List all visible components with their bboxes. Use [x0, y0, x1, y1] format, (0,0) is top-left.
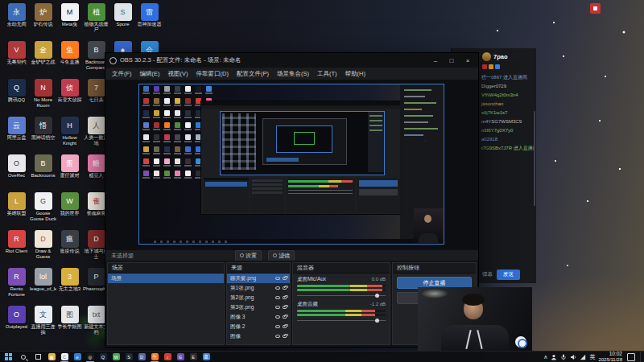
obs-titlebar[interactable]: OBS 30.2.3 - 配置文件: 未命名 - 场景: 未命名 – □ ×	[105, 53, 478, 68]
visibility-eye-icon[interactable]	[275, 296, 280, 299]
menu-item[interactable]: 场景集合(S)	[273, 70, 313, 78]
lock-icon[interactable]	[283, 306, 287, 309]
source-list-item[interactable]: 第3张.png	[227, 302, 290, 312]
source-list-item[interactable]: 聊天窗.png	[227, 274, 290, 283]
desktop-icon[interactable]: V 无畏契约	[3, 41, 30, 79]
source-settings-button[interactable]: 设置	[235, 250, 262, 261]
menu-item[interactable]: 帮助(H)	[341, 70, 369, 78]
taskbar-app-icon[interactable]: W	[109, 352, 122, 362]
desktop-icon[interactable]: 瘟 瘟疫传说	[56, 230, 83, 268]
controls-dock-title[interactable]: 控制按钮	[393, 263, 476, 274]
visibility-eye-icon[interactable]	[275, 277, 280, 280]
taskbar-clock[interactable]: 10:02 2025/11/28	[598, 352, 622, 362]
desktop-icon[interactable]: 永 永劫无间	[3, 3, 30, 41]
desktop-icon[interactable]: 植 植物大战僵尸	[83, 3, 109, 41]
desktop-icon[interactable]: 图 学长学姐图	[56, 306, 83, 343]
scenes-dock-title[interactable]: 场景	[108, 263, 224, 274]
taskbar-app-icon[interactable]: C	[58, 352, 71, 362]
lock-icon[interactable]	[283, 335, 287, 338]
volume-slider[interactable]	[297, 318, 386, 323]
obs-preview-canvas[interactable]	[138, 84, 444, 245]
desktop-tray-app-icon[interactable]	[590, 3, 601, 14]
visibility-eye-icon[interactable]	[275, 315, 280, 319]
lock-icon[interactable]	[283, 277, 287, 280]
lock-icon[interactable]	[283, 315, 287, 319]
taskbar-app-icon[interactable]: D	[135, 352, 148, 362]
source-list-item[interactable]: 图像 2	[227, 322, 290, 331]
tray-expand-icon[interactable]: ∧	[543, 354, 547, 360]
volume-slider[interactable]	[297, 293, 386, 298]
sources-dock-title[interactable]: 来源	[227, 263, 290, 274]
taskbar-app-icon[interactable]: ▣	[45, 352, 58, 362]
taskbar-app-icon[interactable]: E	[187, 352, 200, 362]
desktop-icon[interactable]: W 我的世界	[56, 192, 83, 230]
desktop-icon[interactable]: 云 阿里云盘	[3, 117, 30, 154]
taskbar-search-button[interactable]	[16, 352, 31, 362]
lock-icon[interactable]	[283, 286, 287, 290]
maximize-button[interactable]: □	[445, 57, 458, 64]
taskbar-app-icon[interactable]: Q	[97, 352, 109, 362]
people-icon[interactable]	[551, 354, 557, 360]
desktop-icon[interactable]: 炉 炉石传说	[30, 3, 56, 41]
desktop-icon[interactable]: 金 金铲铲之战	[30, 41, 56, 79]
taskbar-app-icon[interactable]: e	[71, 352, 84, 362]
slider-knob[interactable]	[375, 319, 379, 323]
start-button[interactable]	[0, 352, 16, 362]
source-list-item[interactable]: 第1张.png	[227, 283, 290, 293]
desktop-icon[interactable]: O Outplayed	[3, 306, 30, 343]
desktop-icon[interactable]: O OveRec	[3, 154, 30, 192]
desktop-icon[interactable]: 蛋 蛋仔派对	[56, 154, 83, 192]
streamer-avatar[interactable]	[482, 52, 491, 61]
language-indicator[interactable]: 英	[589, 353, 595, 361]
source-list-item[interactable]: 第2张.png	[227, 293, 290, 302]
taskbar-app-icon[interactable]: ◎	[84, 352, 97, 362]
source-list-item[interactable]: 图像 3	[227, 312, 290, 322]
visibility-eye-icon[interactable]	[275, 306, 280, 309]
source-list-item[interactable]: 图像	[227, 331, 290, 341]
taskbar-app-icon[interactable]: 斗	[148, 352, 161, 362]
taskbar-app-icon[interactable]: S	[122, 352, 135, 362]
slider-knob[interactable]	[375, 294, 379, 298]
taskbar-app-icon[interactable]: G	[174, 352, 187, 362]
desktop-icon[interactable]: 侦 百变大侦探	[56, 79, 83, 117]
desktop-icon[interactable]: N No More Room	[30, 79, 56, 117]
desktop-icon[interactable]: D Draw & Guess	[30, 230, 56, 268]
show-desktop-strip[interactable]	[640, 352, 642, 362]
desktop-icon[interactable]: 3 无主之地3	[56, 268, 83, 306]
desktop-icon[interactable]: B Backrooms	[30, 154, 56, 192]
mic-icon[interactable]	[560, 354, 567, 360]
desktop-icon[interactable]: 文 直播用三连抽	[30, 306, 56, 343]
desktop-icon[interactable]: R Rento Fortune	[3, 268, 30, 306]
visibility-eye-icon[interactable]	[275, 335, 280, 338]
mixer-dock-title[interactable]: 混音器	[293, 263, 390, 274]
desktop-icon[interactable]: lol league_of_legends	[30, 268, 56, 306]
desktop-icon[interactable]: H Hollow Knight	[56, 117, 83, 154]
lock-icon[interactable]	[283, 296, 287, 299]
menu-item[interactable]: 文件(F)	[108, 70, 136, 78]
menu-item[interactable]: 停靠窗口(D)	[192, 70, 233, 78]
desktop-icon[interactable]: 鱼 斗鱼直播	[56, 41, 83, 79]
taskbar-app-icon[interactable]: 盘	[200, 352, 213, 362]
menu-item[interactable]: 配置文件(P)	[233, 70, 273, 78]
network-icon[interactable]	[580, 354, 586, 360]
desktop-icon[interactable]: S Spore	[109, 3, 136, 41]
desktop-icon[interactable]: L 英雄联盟	[3, 192, 30, 230]
visibility-eye-icon[interactable]	[275, 325, 280, 328]
visibility-eye-icon[interactable]	[275, 286, 280, 290]
minimize-button[interactable]: –	[429, 57, 442, 64]
scene-list-item[interactable]: 场景	[108, 274, 224, 283]
source-filters-button[interactable]: 滤镜	[268, 250, 295, 261]
desktop-icon[interactable]: Q 腾讯QQ	[3, 79, 30, 117]
notification-center-icon[interactable]	[627, 353, 635, 361]
chat-send-button[interactable]: 发送	[497, 269, 520, 280]
task-view-button[interactable]	[31, 352, 45, 362]
taskbar-app-icon[interactable]: ♪	[161, 352, 174, 362]
close-button[interactable]: ×	[461, 57, 474, 64]
desktop-icon[interactable]: 悟 黑神话悟空	[30, 117, 56, 154]
desktop-icon[interactable]: 雷 雷神加速器	[136, 3, 163, 41]
desktop-icon[interactable]: G Goose Goose Duck	[30, 192, 56, 230]
menu-item[interactable]: 编辑(E)	[136, 70, 164, 78]
menu-item[interactable]: 视图(V)	[164, 70, 192, 78]
speaker-icon[interactable]	[570, 354, 576, 360]
desktop-icon[interactable]: R Riot Client	[3, 230, 30, 268]
